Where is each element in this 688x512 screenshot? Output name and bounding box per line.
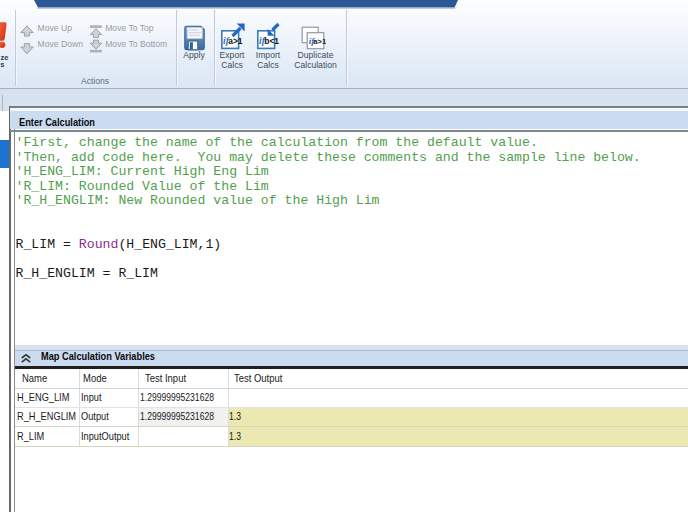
svg-text:b<1: b<1 xyxy=(264,36,279,46)
svg-text:a>1: a>1 xyxy=(228,36,243,46)
svg-text:a>1: a>1 xyxy=(313,37,326,46)
